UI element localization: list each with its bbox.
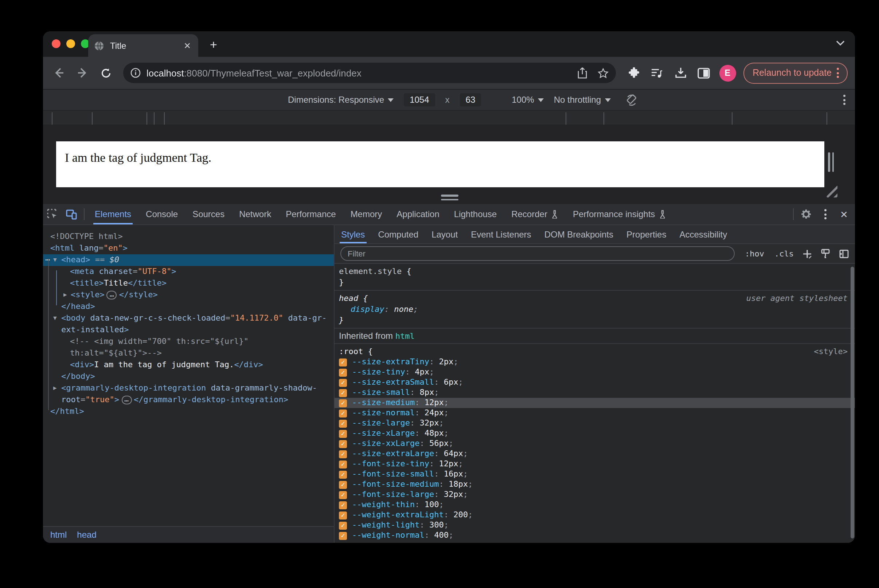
styles-scrollbar[interactable] [850, 264, 854, 543]
inherited-node-link[interactable]: html [395, 332, 415, 341]
css-property-row[interactable]: ✓--weight-extraLight: 200; [334, 510, 855, 520]
selector[interactable]: :root [339, 347, 363, 356]
viewport-width-resize-handle[interactable] [828, 152, 834, 172]
close-window-button[interactable] [52, 39, 60, 48]
site-info-icon[interactable] [130, 68, 141, 78]
viewport-height-resize-handle[interactable] [441, 195, 459, 200]
new-tab-button[interactable]: + [205, 37, 222, 53]
css-property-row[interactable]: ✓--weight-light: 300; [334, 520, 855, 531]
property-enabled-checkbox[interactable]: ✓ [339, 480, 347, 489]
css-property-row[interactable]: ✓--font-size-large: 32px; [334, 490, 855, 500]
property-enabled-checkbox[interactable]: ✓ [339, 419, 347, 428]
property-enabled-checkbox[interactable]: ✓ [339, 409, 347, 417]
devtools-tab-recorder[interactable]: Recorder [504, 204, 566, 224]
tab-search-chevron-icon[interactable] [836, 40, 845, 46]
styles-rules-list[interactable]: element.style { } head {user agent style… [334, 264, 855, 543]
css-property-row[interactable]: ✓--size-xxLarge: 56px; [334, 439, 855, 449]
css-property-row[interactable]: ✓--size-xLarge: 48px; [334, 428, 855, 439]
css-property-row[interactable]: ✓--weight-thin: 100; [334, 500, 855, 510]
styles-subtab-layout[interactable]: Layout [425, 225, 464, 243]
relaunch-to-update-button[interactable]: Relaunch to update [743, 62, 848, 83]
forward-icon[interactable] [74, 64, 91, 82]
rotate-device-icon[interactable] [625, 94, 638, 106]
css-property-row[interactable]: ✓--size-medium: 12px; [334, 398, 855, 408]
devtools-tab-lighthouse[interactable]: Lighthouse [447, 204, 504, 224]
devtools-menu-kebab-icon[interactable] [816, 205, 834, 224]
property-enabled-checkbox[interactable]: ✓ [339, 358, 347, 366]
devtools-tab-performance-insights[interactable]: Performance insights [566, 204, 673, 224]
toggle-device-toolbar-icon[interactable] [62, 205, 81, 224]
css-property-row[interactable]: ✓--size-large: 32px; [334, 418, 855, 428]
expand-arrow-icon[interactable]: ▶ [63, 289, 67, 301]
downloads-icon[interactable] [671, 63, 690, 82]
styles-subtab-accessibility[interactable]: Accessibility [673, 225, 734, 243]
dom-node[interactable]: <!-- <img width="700" th:src="${url}" [43, 336, 334, 348]
viewport-corner-resize-handle[interactable] [826, 186, 837, 198]
dom-node[interactable]: root="true">…</grammarly-desktop-integra… [43, 394, 334, 406]
css-property-row[interactable]: ✓--weight-normal: 400; [334, 531, 855, 541]
dom-node-selected[interactable]: ⋯▼<head> == $0 [43, 254, 334, 266]
property-enabled-checkbox[interactable]: ✓ [339, 491, 347, 499]
property-enabled-checkbox[interactable]: ✓ [339, 389, 347, 397]
throttling-select[interactable]: No throttling [554, 95, 610, 105]
inspect-element-icon[interactable] [43, 205, 62, 224]
styles-subtab-styles[interactable]: Styles [334, 225, 371, 243]
dom-node[interactable]: <html lang="en"> [43, 243, 334, 254]
property-enabled-checkbox[interactable]: ✓ [339, 368, 347, 376]
css-property-row[interactable]: ✓--size-small: 8px; [334, 388, 855, 398]
dom-node[interactable]: <meta charset="UTF-8"> [43, 266, 334, 278]
share-icon[interactable] [577, 67, 587, 79]
devtools-tab-performance[interactable]: Performance [278, 204, 343, 224]
styles-filter-input[interactable]: Filter [340, 246, 735, 261]
scrollbar-thumb[interactable] [850, 267, 854, 538]
dom-node[interactable]: <!DOCTYPE html> [43, 231, 334, 243]
dom-node[interactable]: ▶<style>…</style> [43, 289, 334, 301]
devtools-tab-network[interactable]: Network [232, 204, 278, 224]
devtools-tab-sources[interactable]: Sources [185, 204, 232, 224]
dom-node[interactable]: ▼<body data-new-gr-c-s-check-loaded="14.… [43, 313, 334, 324]
dom-node[interactable]: <title>Title</title> [43, 278, 334, 289]
css-property-row[interactable]: ✓--font-size-tiny: 12px; [334, 459, 855, 469]
styles-subtab-properties[interactable]: Properties [620, 225, 673, 243]
collapse-arrow-icon[interactable]: ▼ [53, 254, 57, 266]
dom-tree[interactable]: <!DOCTYPE html><html lang="en">⋯▼<head> … [43, 231, 334, 527]
styles-subtab-dom-breakpoints[interactable]: DOM Breakpoints [538, 225, 620, 243]
css-property-row[interactable]: ✓--font-size-medium: 18px; [334, 479, 855, 490]
rendering-emulation-icon[interactable] [821, 249, 830, 259]
side-panel-icon[interactable] [694, 63, 713, 82]
property-enabled-checkbox[interactable]: ✓ [339, 470, 347, 478]
css-property-row[interactable]: ✓--size-extraSmall: 6px; [334, 377, 855, 388]
property-enabled-checkbox[interactable]: ✓ [339, 531, 347, 540]
property-enabled-checkbox[interactable]: ✓ [339, 460, 347, 468]
tab-close-icon[interactable]: ✕ [182, 40, 192, 51]
devtools-settings-gear-icon[interactable] [796, 205, 816, 224]
stylesheet-origin-link[interactable]: <style> [814, 346, 848, 357]
property-enabled-checkbox[interactable]: ✓ [339, 378, 347, 387]
page-viewport[interactable]: I am the tag of judgment Tag. [56, 141, 824, 187]
property-enabled-checkbox[interactable]: ✓ [339, 429, 347, 438]
minimize-window-button[interactable] [66, 39, 75, 48]
bookmark-star-icon[interactable] [597, 68, 608, 78]
devtools-tab-console[interactable]: Console [138, 204, 185, 224]
dom-node[interactable]: </body> [43, 371, 334, 382]
expand-arrow-icon[interactable]: ▶ [53, 382, 57, 394]
dom-node[interactable]: ext-installed> [43, 324, 334, 336]
devtools-tab-elements[interactable]: Elements [87, 204, 138, 224]
media-controls-icon[interactable] [648, 63, 666, 82]
selector[interactable]: head [339, 294, 358, 303]
dom-node[interactable]: <div>I am the tag of judgment Tag.</div> [43, 359, 334, 371]
css-property-row[interactable]: ✓--size-extraLarge: 64px; [334, 449, 855, 459]
property-enabled-checkbox[interactable]: ✓ [339, 521, 347, 530]
devtools-tab-memory[interactable]: Memory [343, 204, 390, 224]
collapse-arrow-icon[interactable]: ▼ [53, 313, 57, 324]
toggle-class-button[interactable]: .cls [774, 249, 794, 258]
selector[interactable]: element.style [339, 267, 402, 276]
css-property-row[interactable]: ✓--size-normal: 24px; [334, 408, 855, 418]
dom-node[interactable]: </html> [43, 406, 334, 417]
styles-subtab-event-listeners[interactable]: Event Listeners [464, 225, 537, 243]
css-property-row[interactable]: ✓--size-extraTiny: 2px; [334, 357, 855, 367]
property-enabled-checkbox[interactable]: ✓ [339, 399, 347, 407]
browser-tab[interactable]: Title ✕ [88, 34, 198, 57]
devtools-tab-application[interactable]: Application [389, 204, 446, 224]
device-toolbar-kebab-icon[interactable] [838, 95, 850, 105]
